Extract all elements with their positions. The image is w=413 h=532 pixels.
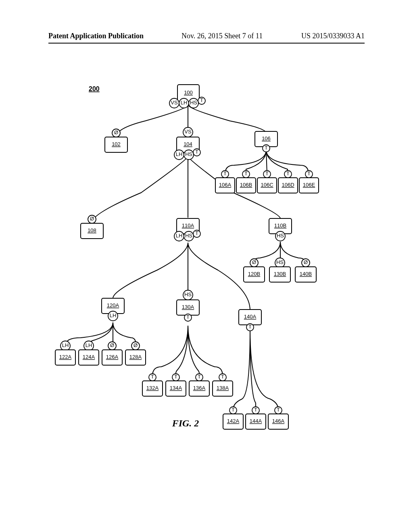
node-130B: HS 130B: [269, 258, 290, 282]
svg-text:LH: LH: [181, 100, 188, 106]
svg-text:HS: HS: [184, 291, 192, 297]
svg-text:134A: 134A: [170, 385, 182, 391]
node-122A: LH 122A: [55, 341, 75, 365]
node-120B: Ø 120B: [244, 259, 265, 282]
svg-text:138A: 138A: [217, 385, 229, 391]
svg-text:T: T: [151, 374, 154, 380]
node-110A: 110A LH HS T: [174, 218, 200, 241]
node-104: VS 104 LH HS T: [174, 127, 200, 160]
page-header: Patent Application Publication Nov. 26, …: [48, 31, 365, 44]
node-124A: LH 124A: [79, 341, 99, 365]
svg-text:Ø: Ø: [304, 259, 308, 265]
svg-text:T: T: [223, 170, 227, 177]
svg-text:120A: 120A: [107, 302, 119, 308]
node-108: Ø 108: [81, 215, 103, 239]
svg-text:T: T: [248, 324, 252, 330]
svg-text:106B: 106B: [240, 182, 252, 188]
svg-text:104: 104: [184, 141, 192, 147]
svg-text:LH: LH: [110, 312, 117, 318]
svg-text:140B: 140B: [300, 271, 312, 277]
node-106E: T 106E: [299, 170, 319, 193]
svg-text:T: T: [195, 230, 198, 236]
node-128A: Ø 128A: [125, 342, 146, 365]
node-146A: T 146A: [268, 407, 288, 429]
svg-text:106C: 106C: [261, 182, 273, 188]
header-right: US 2015/0339033 A1: [301, 32, 365, 40]
svg-text:Ø: Ø: [110, 342, 114, 348]
svg-text:LH: LH: [86, 342, 92, 348]
svg-text:146A: 146A: [272, 418, 285, 424]
svg-text:108: 108: [88, 227, 96, 233]
node-132A: T 132A: [142, 374, 163, 396]
node-120A: 120A LH: [102, 298, 124, 321]
svg-text:126A: 126A: [106, 354, 119, 360]
node-102: Ø 102: [105, 129, 127, 152]
svg-text:T: T: [265, 170, 269, 177]
svg-text:132A: 132A: [146, 385, 159, 391]
svg-text:HS: HS: [185, 233, 192, 239]
svg-text:124A: 124A: [83, 354, 95, 360]
svg-text:Ø: Ø: [133, 342, 138, 348]
svg-text:HS: HS: [190, 100, 197, 106]
node-106B: T 106B: [236, 170, 256, 193]
svg-text:T: T: [221, 374, 224, 380]
header-mid: Nov. 26, 2015 Sheet 7 of 11: [181, 32, 263, 40]
svg-text:142A: 142A: [227, 418, 240, 424]
svg-text:VS: VS: [184, 129, 192, 135]
figure-label: FIG. 2: [172, 418, 199, 428]
node-100: 100 VS LH HS T: [169, 85, 205, 108]
svg-text:LH: LH: [176, 233, 183, 239]
svg-text:100: 100: [184, 89, 193, 96]
svg-text:136A: 136A: [193, 385, 206, 391]
svg-text:106: 106: [262, 135, 271, 141]
node-140A: 140A T: [239, 310, 261, 331]
node-126A: Ø 126A: [102, 342, 122, 365]
svg-text:106E: 106E: [303, 182, 315, 188]
svg-text:T: T: [174, 374, 177, 380]
svg-text:T: T: [198, 374, 201, 380]
svg-text:144A: 144A: [250, 418, 262, 424]
svg-text:VS: VS: [171, 100, 178, 106]
svg-text:122A: 122A: [59, 354, 72, 360]
node-140B: Ø 140B: [295, 259, 316, 282]
page: Patent Application Publication Nov. 26, …: [0, 0, 413, 532]
node-142A: T 142A: [223, 407, 243, 429]
svg-text:T: T: [277, 407, 280, 413]
svg-text:T: T: [286, 170, 290, 177]
node-106C: T 106C: [257, 170, 277, 193]
node-134A: T 134A: [166, 374, 186, 396]
svg-text:106D: 106D: [282, 182, 294, 188]
node-110B: 110B HS: [269, 218, 292, 241]
svg-text:T: T: [200, 97, 203, 103]
node-144A: T 144A: [246, 407, 266, 429]
node-136A: T 136A: [189, 374, 209, 396]
svg-text:T: T: [244, 170, 248, 177]
svg-text:128A: 128A: [129, 354, 142, 360]
node-106D: T 106D: [278, 170, 298, 193]
svg-text:HS: HS: [185, 151, 192, 157]
diagram-label: 200: [89, 85, 100, 92]
svg-text:T: T: [232, 407, 235, 413]
svg-text:T: T: [307, 170, 311, 177]
diagram-wrap: 200 100 VS LH HS T Ø 102 VS 104 LH: [40, 85, 355, 447]
svg-text:T: T: [265, 145, 268, 151]
node-138A: T 138A: [213, 374, 233, 396]
svg-text:LH: LH: [176, 151, 183, 157]
svg-text:102: 102: [112, 141, 121, 147]
svg-text:130B: 130B: [274, 271, 286, 277]
svg-text:106A: 106A: [219, 182, 232, 188]
svg-text:HS: HS: [277, 233, 284, 239]
svg-text:Ø: Ø: [114, 129, 118, 135]
svg-text:T: T: [186, 314, 190, 320]
svg-text:LH: LH: [62, 342, 69, 348]
node-106: 106 T: [255, 131, 277, 152]
svg-text:110A: 110A: [182, 222, 194, 229]
svg-text:130A: 130A: [182, 304, 194, 310]
header-left: Patent Application Publication: [48, 32, 144, 40]
node-106A: T 106A: [215, 170, 235, 193]
svg-text:140A: 140A: [244, 314, 257, 320]
diagram-svg: 200 100 VS LH HS T Ø 102 VS 104 LH: [40, 85, 355, 447]
svg-text:120B: 120B: [248, 271, 260, 277]
svg-text:110B: 110B: [274, 222, 286, 229]
svg-text:T: T: [254, 407, 257, 413]
